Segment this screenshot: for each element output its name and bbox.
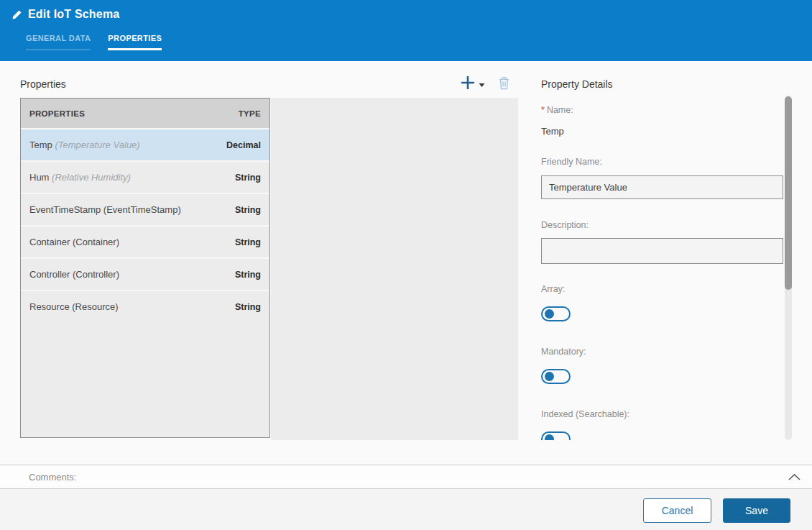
property-name-cell: Resource (Resource) [29,301,119,312]
page-title: Edit IoT Schema [11,8,119,21]
toggle-switch[interactable] [541,306,571,321]
property-details-title: Property Details [541,78,613,90]
chevron-up-icon[interactable] [788,474,801,480]
table-row[interactable]: Temp (Temperature Value)Decimal [21,128,269,160]
table-row[interactable]: Resource (Resource)String [21,290,269,322]
column-header-properties: PROPERTIES [29,109,85,118]
titlebar: Edit IoT Schema GENERAL DATA PROPERTIES [0,0,812,61]
add-property-button[interactable] [460,75,485,93]
column-header-type: TYPE [239,109,261,118]
friendly-name-input[interactable] [541,175,783,199]
property-type-cell: String [235,205,261,215]
property-name-cell: EventTimeStamp (EventTimeStamp) [29,204,181,215]
comments-bar[interactable]: Comments: [0,465,812,489]
properties-toolbar [460,73,519,96]
properties-table: PROPERTIES TYPE Temp (Temperature Value)… [20,98,270,438]
cancel-button[interactable]: Cancel [643,498,711,523]
toggle-group: Indexed (Searchable): [541,409,629,440]
delete-property-button[interactable] [498,76,510,93]
content-area: Properties PROPERTIES TYPE Te [0,61,812,465]
toggle-label: Indexed (Searchable): [541,409,629,419]
trash-icon [498,80,510,92]
save-button[interactable]: Save [723,498,790,523]
toggle-label: Mandatory: [541,347,629,357]
tab-general-data[interactable]: GENERAL DATA [26,34,91,50]
toggle-group: Array: [541,284,629,321]
properties-section-title: Properties [20,78,66,90]
properties-table-header: PROPERTIES TYPE [21,99,269,128]
property-type-cell: String [235,173,261,183]
property-name-cell: Container (Container) [29,237,119,247]
pencil-icon [11,9,22,20]
friendly-name-label: Friendly Name: [541,157,602,167]
description-input[interactable] [541,238,783,264]
table-row[interactable]: EventTimeStamp (EventTimeStamp)String [21,193,269,225]
table-row[interactable]: Container (Container)String [21,225,269,257]
empty-panel [271,98,518,440]
page-title-text: Edit IoT Schema [28,8,119,21]
toggle-switch[interactable] [541,369,571,384]
plus-icon [460,75,476,93]
details-scrollbar[interactable] [785,96,792,440]
table-row[interactable]: Hum (Relative Humidity)String [21,160,269,193]
toggle-list: Array:Mandatory:Indexed (Searchable): [541,284,629,440]
table-row[interactable]: Controller (Controller)String [21,257,269,290]
toggle-group: Mandatory: [541,347,629,384]
name-value: Temp [541,126,564,137]
properties-table-body: Temp (Temperature Value)DecimalHum (Rela… [21,128,269,322]
comments-label: Comments: [29,472,76,483]
property-name-cell: Controller (Controller) [29,269,119,280]
toggle-label: Array: [541,284,629,294]
description-label: Description: [541,220,589,230]
toggle-switch[interactable] [541,431,571,440]
name-label: *Name: [541,105,573,115]
tab-properties[interactable]: PROPERTIES [108,34,162,50]
property-type-cell: String [235,302,261,312]
tab-bar: GENERAL DATA PROPERTIES [26,34,162,50]
caret-down-icon[interactable] [479,78,485,91]
property-type-cell: String [235,270,261,280]
property-name-cell: Hum (Relative Humidity) [29,172,131,183]
property-type-cell: Decimal [226,140,261,150]
details-scrollbar-thumb[interactable] [785,96,792,290]
property-name-cell: Temp (Temperature Value) [29,140,140,150]
required-marker: * [541,105,545,115]
footer-bar: Cancel Save [0,489,812,530]
property-details-panel: Property Details *Name: Temp Friendly Na… [541,61,792,440]
property-type-cell: String [235,237,261,247]
